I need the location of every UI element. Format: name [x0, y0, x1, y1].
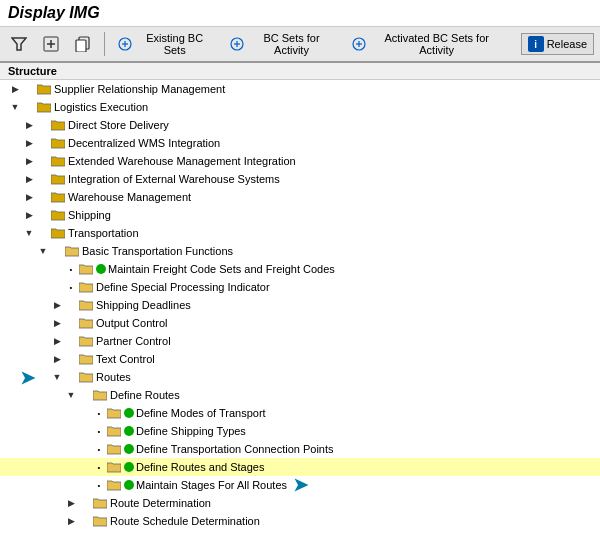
expander[interactable]: ▶ [64, 514, 78, 527]
tree-item-mfcf[interactable]: • Maintain Freight Code Sets and Freight… [0, 260, 600, 278]
expander[interactable]: ▶ [50, 352, 64, 366]
bc-sets-activity-label: BC Sets for Activity [247, 32, 335, 56]
folder-icon [50, 171, 66, 187]
item-label: Define Routes [110, 389, 180, 401]
title-bar: Display IMG [0, 0, 600, 27]
structure-label: Structure [0, 63, 600, 80]
right-arrow-annotation: ➤ [293, 474, 308, 496]
tree-item-dwms[interactable]: ▶ Decentralized WMS Integration [0, 134, 600, 152]
expander-placeholder [78, 460, 92, 474]
release-button[interactable]: i Release [521, 33, 594, 55]
expander[interactable]: ▼ [22, 226, 36, 240]
expander[interactable]: ▶ [64, 496, 78, 510]
tree-item-pc[interactable]: ▶ Partner Control [0, 332, 600, 350]
expander[interactable]: ▶ [50, 334, 64, 348]
tree-item-rdm[interactable]: ▶ Route Determination [0, 494, 600, 512]
item-label: Basic Transportation Functions [82, 245, 233, 257]
tree-item-srm[interactable]: ▶ Supplier Relationship Management [0, 80, 600, 98]
tree-item-dtcp[interactable]: • Define Transportation Connection Point… [0, 440, 600, 458]
folder-icon [78, 351, 94, 367]
bc-sets-activity-icon [229, 36, 244, 52]
bullet: • [64, 265, 78, 274]
folder-icon [64, 243, 80, 259]
expander[interactable]: ▼ [50, 370, 64, 384]
tree-item-dsd[interactable]: ▶ Direct Store Delivery [0, 116, 600, 134]
tree-item-routes[interactable]: ➤▼ Routes [0, 368, 600, 386]
tree-item-dspi[interactable]: • Define Special Processing Indicator [0, 278, 600, 296]
tree-item-ship[interactable]: ▶ Shipping [0, 206, 600, 224]
left-arrow-annotation: ➤ [20, 367, 35, 389]
expand-button[interactable] [38, 33, 64, 55]
item-label: Define Transportation Connection Points [136, 443, 334, 455]
expander[interactable]: ▼ [64, 388, 78, 402]
item-label: Routes [96, 371, 131, 383]
tree-item-dr[interactable]: ▼ Define Routes [0, 386, 600, 404]
folder-icon [78, 369, 94, 385]
item-label: Output Control [96, 317, 168, 329]
toolbar-separator-1 [104, 32, 105, 56]
tree-item-btf[interactable]: ▼ Basic Transportation Functions [0, 242, 600, 260]
folder-icon [50, 207, 66, 223]
tree-item-rsd[interactable]: ▶ Route Schedule Determination [0, 512, 600, 527]
toolbar: Existing BC Sets BC Sets for Activity Ac… [0, 27, 600, 63]
folder-icon [106, 477, 122, 493]
tree-item-msfar[interactable]: • Maintain Stages For All Routes➤ [0, 476, 600, 494]
expander[interactable]: ▶ [22, 190, 36, 204]
tree-item-oc[interactable]: ▶ Output Control [0, 314, 600, 332]
existing-bc-sets-button[interactable]: Existing BC Sets [113, 29, 218, 59]
tree-item-dst[interactable]: • Define Shipping Types [0, 422, 600, 440]
release-label: Release [547, 38, 587, 50]
tree-item-sd[interactable]: ▶ Shipping Deadlines [0, 296, 600, 314]
svg-marker-0 [12, 38, 26, 50]
folder-icon [78, 261, 94, 277]
expander[interactable]: ▶ [50, 298, 64, 312]
folder-icon [78, 333, 94, 349]
tree-item-tc[interactable]: ▶ Text Control [0, 350, 600, 368]
folder-icon [50, 153, 66, 169]
item-label: Shipping Deadlines [96, 299, 191, 311]
expander[interactable]: ▼ [8, 100, 22, 114]
green-status-dot [124, 426, 134, 436]
expander[interactable]: ▶ [50, 316, 64, 330]
expander[interactable]: ▶ [22, 154, 36, 168]
item-label: Route Schedule Determination [110, 515, 260, 527]
folder-icon [50, 225, 66, 241]
folder-icon [36, 99, 52, 115]
folder-icon [78, 279, 94, 295]
tree-item-le[interactable]: ▼ Logistics Execution [0, 98, 600, 116]
item-label: Partner Control [96, 335, 171, 347]
item-label: Integration of External Warehouse System… [68, 173, 280, 185]
expander[interactable]: ▶ [22, 118, 36, 132]
tree-item-iews[interactable]: ▶ Integration of External Warehouse Syst… [0, 170, 600, 188]
folder-icon [106, 423, 122, 439]
expander[interactable]: ▶ [8, 82, 22, 96]
item-label: Decentralized WMS Integration [68, 137, 220, 149]
folder-icon [92, 387, 108, 403]
activated-bc-sets-button[interactable]: Activated BC Sets for Activity [347, 29, 509, 59]
expander[interactable]: ▶ [22, 172, 36, 186]
bc-sets-activity-button[interactable]: BC Sets for Activity [224, 29, 340, 59]
tree-container: ▶ Supplier Relationship Management▼ Logi… [0, 80, 600, 527]
green-status-dot [124, 462, 134, 472]
green-status-dot [124, 444, 134, 454]
tree-item-wm[interactable]: ▶ Warehouse Management [0, 188, 600, 206]
activated-bc-sets-label: Activated BC Sets for Activity [370, 32, 504, 56]
expander-placeholder [78, 478, 92, 492]
expander[interactable]: ▶ [22, 208, 36, 222]
svg-rect-5 [76, 40, 86, 52]
tree-item-dmt[interactable]: • Define Modes of Transport [0, 404, 600, 422]
expander[interactable]: ▶ [22, 136, 36, 150]
filter-button[interactable] [6, 33, 32, 55]
expander-placeholder [50, 280, 64, 294]
folder-icon [78, 297, 94, 313]
folder-icon [92, 495, 108, 511]
green-status-dot [124, 408, 134, 418]
green-status-dot [124, 480, 134, 490]
item-label: Define Modes of Transport [136, 407, 266, 419]
tree-item-ewm[interactable]: ▶ Extended Warehouse Management Integrat… [0, 152, 600, 170]
expander-placeholder [78, 424, 92, 438]
tree-item-trans[interactable]: ▼ Transportation [0, 224, 600, 242]
item-label: Transportation [68, 227, 139, 239]
copy-button[interactable] [70, 33, 96, 55]
expander[interactable]: ▼ [36, 244, 50, 258]
